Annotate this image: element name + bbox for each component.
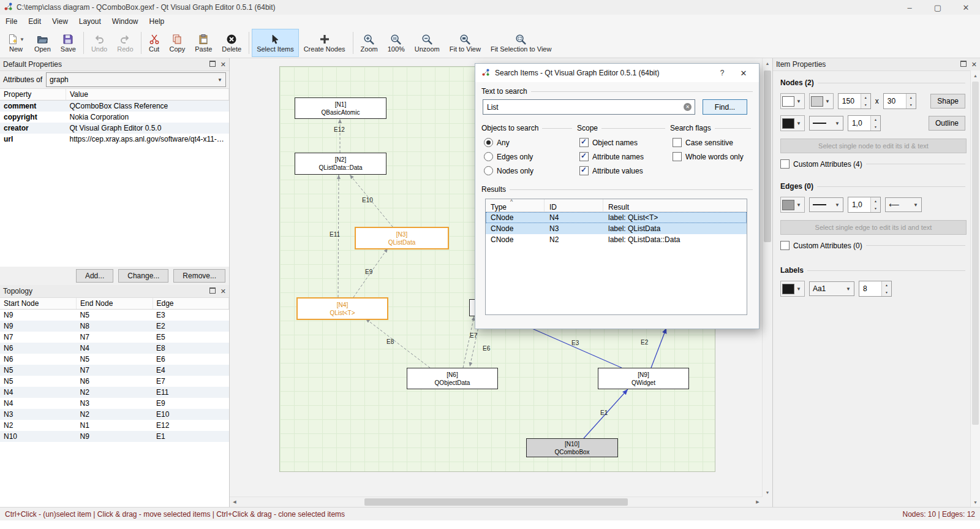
topology-row-e1[interactable]: N10N9E1: [0, 431, 229, 442]
toolbar-button-save[interactable]: Save: [56, 29, 81, 57]
topology-row-e10[interactable]: N3N2E10: [0, 409, 229, 420]
edge-style-select[interactable]: ▼: [809, 197, 843, 212]
toolbar-button-new[interactable]: ▼New: [2, 29, 29, 57]
radio-edges-only[interactable]: Edges only: [484, 150, 533, 164]
toolbar-button-100[interactable]: 100%: [383, 29, 410, 57]
toolbar-button-open[interactable]: Open: [29, 29, 56, 57]
edge-arrow-select[interactable]: ⟵▼: [885, 197, 922, 212]
spinner-arrows[interactable]: ▲▼: [870, 116, 880, 131]
label-font-select[interactable]: Aa1▼: [809, 281, 854, 296]
graph-node-n3[interactable]: [N3]QListData: [355, 227, 449, 249]
column-result[interactable]: Result: [603, 199, 747, 211]
result-row-n2[interactable]: CNodeN2label: QListData::Data: [486, 234, 747, 245]
checkbox-case-sensitive[interactable]: Case sensitive: [673, 135, 744, 150]
label-color-picker[interactable]: ▼: [780, 281, 805, 297]
node-height-spinner[interactable]: 30▲▼: [883, 93, 916, 109]
graph-edge-e7[interactable]: [463, 316, 474, 368]
column-end-node[interactable]: End Node: [77, 298, 153, 310]
scroll-down-icon[interactable]: ▼: [763, 487, 772, 497]
spinner-arrows[interactable]: ▲▼: [861, 94, 870, 108]
toolbar-button-undo[interactable]: Undo: [86, 29, 112, 57]
dock-float-icon[interactable]: [209, 60, 216, 69]
dialog-titlebar[interactable]: Search Items - Qt Visual Graph Editor 0.…: [475, 64, 759, 82]
shape-button[interactable]: Shape: [930, 94, 965, 108]
toolbar-button-fit-to-view[interactable]: Fit to View: [445, 29, 486, 57]
toolbar-button-select-items[interactable]: Select Items: [252, 29, 299, 57]
topology-header-row[interactable]: Start Node End Node Edge: [0, 298, 229, 310]
close-button[interactable]: ✕: [952, 0, 980, 15]
scroll-left-icon[interactable]: ◀: [230, 497, 239, 507]
dialog-help-button[interactable]: ?: [715, 69, 729, 77]
graph-node-n9[interactable]: [N9]QWidget: [598, 368, 689, 389]
topology-row-e5[interactable]: N7N7E5: [0, 332, 229, 343]
menu-layout[interactable]: Layout: [74, 15, 107, 28]
remove-attribute-button[interactable]: Remove...: [173, 269, 225, 283]
results-header-row[interactable]: ^Type ID Result: [486, 199, 747, 212]
vertical-scroll-thumb[interactable]: [764, 70, 771, 242]
topology-row-e2[interactable]: N9N8E2: [0, 321, 229, 332]
canvas-horizontal-scrollbar[interactable]: ◀ ▶: [230, 497, 763, 507]
toolbar-button-zoom[interactable]: Zoom: [356, 29, 383, 57]
edge-custom-attributes-checkbox[interactable]: [780, 241, 790, 250]
menu-file[interactable]: File: [0, 15, 23, 28]
graph-edge-e1[interactable]: [584, 389, 628, 438]
topology-row-e4[interactable]: N5N7E4: [0, 365, 229, 376]
menu-view[interactable]: View: [47, 15, 74, 28]
scroll-down-icon[interactable]: ▼: [971, 497, 980, 507]
graph-node-n10[interactable]: [N10]QComboBox: [526, 438, 618, 457]
toolbar-button-paste[interactable]: Paste: [190, 29, 217, 57]
checkbox-attribute-values[interactable]: Attribute values: [579, 164, 644, 178]
toolbar-button-delete[interactable]: Delete: [217, 29, 246, 57]
column-property[interactable]: Property: [0, 89, 66, 101]
toolbar-button-fit-selection-to-view[interactable]: Fit Selection to View: [486, 29, 556, 57]
search-input[interactable]: [483, 99, 695, 115]
dock-close-icon[interactable]: ✕: [221, 61, 226, 69]
property-row-copyright[interactable]: copyrightNokia Corporation: [0, 112, 229, 123]
scroll-up-icon[interactable]: ▲: [971, 70, 980, 80]
menu-window[interactable]: Window: [107, 15, 144, 28]
radio-any[interactable]: Any: [484, 135, 533, 150]
checkbox-object-names[interactable]: Object names: [579, 135, 644, 150]
checkbox-whole-words-only[interactable]: Whole words only: [673, 150, 744, 164]
node-outline-width-spinner[interactable]: 1,0▲▼: [848, 115, 881, 131]
menu-help[interactable]: Help: [144, 15, 170, 28]
menu-edit[interactable]: Edit: [23, 15, 47, 28]
node-outline-style-select[interactable]: ▼: [809, 116, 843, 131]
maximize-button[interactable]: ▢: [924, 0, 952, 15]
edge-width-spinner[interactable]: 1,0▲▼: [848, 197, 881, 213]
column-value[interactable]: Value: [66, 89, 229, 101]
chevron-down-icon[interactable]: ▼: [20, 37, 24, 42]
column-edge[interactable]: Edge: [153, 298, 229, 310]
add-attribute-button[interactable]: Add...: [76, 269, 113, 283]
edge-color-picker[interactable]: ▼: [780, 197, 805, 213]
topology-row-e7[interactable]: N5N6E7: [0, 376, 229, 387]
panel-scroll-thumb[interactable]: [972, 82, 979, 425]
column-start-node[interactable]: Start Node: [0, 298, 77, 310]
result-row-n3[interactable]: CNodeN3label: QListData: [486, 223, 747, 234]
toolbar-button-cut[interactable]: Cut: [144, 29, 165, 57]
property-row-comment[interactable]: commentQComboBox Class Reference: [0, 101, 229, 112]
node-custom-attributes-checkbox[interactable]: [780, 159, 790, 169]
dialog-close-button[interactable]: ✕: [734, 69, 753, 78]
toolbar-button-create-nodes[interactable]: Create Nodes: [299, 29, 350, 57]
graph-edge-e2[interactable]: [651, 328, 666, 368]
node-width-spinner[interactable]: 150▲▼: [838, 93, 871, 109]
spinner-arrows[interactable]: ▲▼: [870, 197, 880, 212]
node-outline-color-picker[interactable]: ▼: [780, 115, 805, 131]
node-shape-picker[interactable]: ▼: [809, 93, 834, 109]
panel-vertical-scrollbar[interactable]: ▲ ▼: [970, 70, 980, 507]
topology-row-e3[interactable]: N9N5E3: [0, 310, 229, 321]
default-properties-header-row[interactable]: Property Value: [0, 89, 229, 101]
checkbox-attribute-names[interactable]: Attribute names: [579, 150, 644, 164]
graph-node-n6[interactable]: [N6]QObjectData: [407, 368, 498, 389]
dock-float-icon[interactable]: [209, 287, 216, 295]
toolbar-button-copy[interactable]: Copy: [165, 29, 190, 57]
toolbar-button-unzoom[interactable]: Unzoom: [410, 29, 445, 57]
spinner-arrows[interactable]: ▲▼: [906, 94, 916, 108]
column-type[interactable]: ^Type: [486, 199, 545, 211]
dock-float-icon[interactable]: [960, 60, 967, 69]
property-row-creator[interactable]: creatorQt Visual Graph Editor 0.5.0: [0, 123, 229, 134]
toolbar-button-redo[interactable]: Redo: [112, 29, 138, 57]
horizontal-scroll-thumb[interactable]: [364, 498, 628, 506]
graph-edge-e11[interactable]: [338, 175, 339, 297]
